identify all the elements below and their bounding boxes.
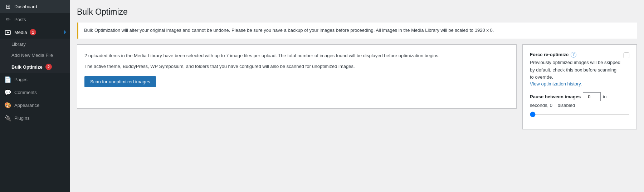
settings-box: Force re-optimize ? Previously optimized… — [522, 44, 637, 129]
help-icon[interactable]: ? — [571, 52, 576, 58]
warning-text: Bulk Optimization will alter your origin… — [84, 28, 494, 33]
pause-input[interactable] — [583, 92, 601, 101]
warning-notice: Bulk Optimization will alter your origin… — [77, 23, 637, 39]
submenu-item-add-new[interactable]: Add New Media File — [0, 50, 70, 61]
info-text-1: 2 uploaded items in the Media Library ha… — [84, 52, 509, 60]
pause-row: Pause between images in seconds, 0 = dis… — [530, 92, 629, 116]
pause-unit: in — [603, 94, 606, 99]
main-content: Bulk Optimize Bulk Optimization will alt… — [70, 0, 644, 192]
submenu-label-library: Library — [11, 41, 26, 47]
content-area: 2 uploaded items in the Media Library ha… — [77, 44, 637, 129]
page-title: Bulk Optimize — [77, 7, 637, 17]
media-icon — [4, 29, 11, 36]
plugins-icon: 🔌 — [4, 114, 11, 122]
submenu-label-add-new: Add New Media File — [11, 53, 53, 58]
force-reoptimize-desc: Previously optimized images will be skip… — [530, 59, 621, 81]
info-text-2: The active theme, BuddyPress, WP Symposi… — [84, 63, 509, 70]
media-arrow — [64, 30, 66, 34]
svg-marker-1 — [7, 31, 9, 33]
pause-label-text: Pause between images — [530, 94, 581, 99]
comments-icon: 💬 — [4, 89, 11, 96]
sidebar-item-dashboard[interactable]: ⊞ Dashboard — [0, 0, 70, 13]
pause-desc: seconds, 0 = disabled — [530, 103, 629, 108]
sidebar: ⊞ Dashboard ✏ Posts Media 1 Library Add … — [0, 0, 70, 192]
pause-label: Pause between images — [530, 94, 581, 99]
sidebar-label-posts: Posts — [14, 17, 26, 22]
force-reoptimize-label: Force re-optimize — [530, 52, 569, 57]
force-reoptimize-row: Force re-optimize ? Previously optimized… — [530, 52, 629, 87]
appearance-icon: 🎨 — [4, 102, 11, 109]
sidebar-item-comments[interactable]: 💬 Comments — [0, 86, 70, 99]
posts-icon: ✏ — [4, 16, 11, 23]
media-submenu: Library Add New Media File Bulk Optimize… — [0, 39, 70, 73]
slider-container — [530, 111, 629, 116]
sidebar-item-posts[interactable]: ✏ Posts — [0, 13, 70, 26]
sidebar-label-appearance: Appearance — [14, 103, 39, 108]
submenu-label-bulk-optimize: Bulk Optimize — [11, 64, 43, 70]
sidebar-label-pages: Pages — [14, 77, 28, 82]
sidebar-item-media[interactable]: Media 1 — [0, 26, 70, 39]
pause-slider[interactable] — [530, 114, 629, 115]
sidebar-item-plugins[interactable]: 🔌 Plugins — [0, 112, 70, 124]
info-box: 2 uploaded items in the Media Library ha… — [77, 44, 517, 109]
submenu-item-library[interactable]: Library — [0, 39, 70, 50]
force-reoptimize-text-block: Force re-optimize ? Previously optimized… — [530, 52, 621, 87]
submenu-item-bulk-optimize[interactable]: Bulk Optimize 2 — [0, 61, 70, 73]
view-history-link[interactable]: View optimization history. — [530, 81, 582, 87]
scan-button[interactable]: Scan for unoptimized images — [84, 76, 156, 87]
sidebar-label-plugins: Plugins — [14, 115, 30, 121]
pause-input-row: Pause between images in — [530, 92, 629, 101]
force-reoptimize-label-row: Force re-optimize ? — [530, 52, 621, 58]
dashboard-icon: ⊞ — [4, 3, 11, 10]
pages-icon: 📄 — [4, 76, 11, 83]
force-reoptimize-checkbox[interactable] — [624, 53, 629, 58]
sidebar-label-comments: Comments — [14, 90, 37, 95]
force-reoptimize-content: Force re-optimize ? Previously optimized… — [530, 52, 629, 87]
sidebar-item-appearance[interactable]: 🎨 Appearance — [0, 99, 70, 112]
bulk-optimize-badge: 2 — [45, 64, 52, 70]
sidebar-label-dashboard: Dashboard — [14, 4, 37, 9]
sidebar-item-pages[interactable]: 📄 Pages — [0, 73, 70, 86]
sidebar-label-media: Media — [14, 30, 27, 35]
media-badge: 1 — [30, 29, 36, 35]
